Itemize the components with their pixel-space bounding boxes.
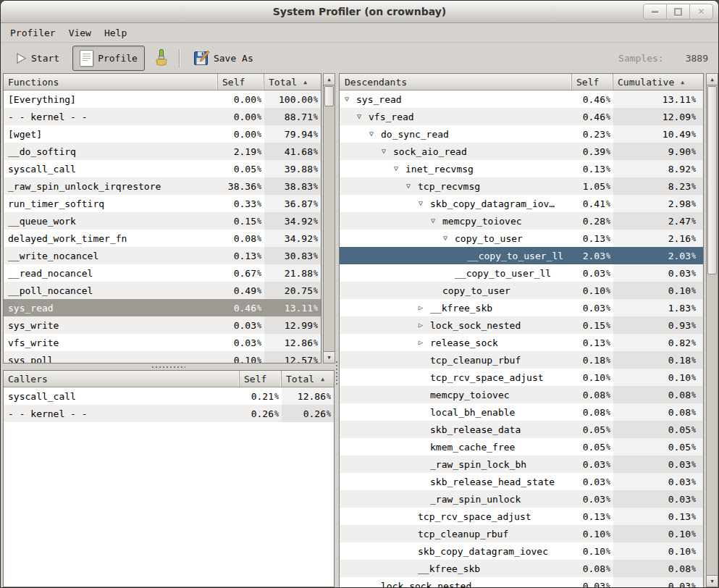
table-row[interactable]: run_timer_softirq0.33 %36.87 % [4,195,321,212]
expander-open-icon[interactable]: ▽ [419,195,430,212]
tree-row[interactable]: _raw_spin_unlock0.03 %0.03 % [340,490,703,508]
tree-row[interactable]: ▷lock_sock_nested0.15 %0.93 % [340,316,703,334]
titlebar[interactable]: System Profiler (on crownbay) ✕ [1,1,718,23]
tree-row[interactable]: ▷release_sock0.13 %0.82 % [340,334,703,351]
table-row[interactable]: vfs_write0.03 %12.86 % [4,334,321,351]
percent-sign: % [691,130,696,138]
horizontal-splitter[interactable] [3,364,335,370]
tree-row[interactable]: ▷__kfree_skb0.03 %1.83 % [340,299,703,316]
cell-value: 12.86 % [282,387,334,405]
tree-row[interactable]: ▽copy_to_user0.13 %2.16 % [340,230,703,247]
descendants-scrollbar[interactable]: ▲ ▼ [706,73,718,587]
column-header-descendants[interactable]: Descendants [340,74,572,90]
table-row[interactable]: [Everything]0.00 %100.00 % [4,91,321,108]
tree-row[interactable]: skb_release_data0.05 %0.05 % [340,421,703,438]
tree-row[interactable]: _raw_spin_lock_bh0.03 %0.03 % [340,455,703,473]
column-header-total[interactable]: Total ▲ [282,371,334,387]
descendants-scrollbar-thumb[interactable] [707,86,717,274]
percent-value: 0.08 [234,233,256,244]
table-row[interactable]: syscall_call0.21 %12.86 % [4,387,334,405]
table-row[interactable]: - - kernel - -0.26 %0.26 % [4,405,334,422]
tree-row[interactable]: lock_sock_nested0.03 %0.03 % [340,577,703,587]
expander-open-icon[interactable]: ▽ [382,143,393,160]
menu-view[interactable]: View [62,25,98,41]
percent-sign: % [257,165,261,173]
tree-row[interactable]: __copy_to_user_ll0.03 %0.03 % [340,264,703,282]
tree-row[interactable]: local_bh_enable0.08 %0.08 % [340,403,703,421]
tree-row[interactable]: tcp_rcv_space_adjust0.13 %0.13 % [340,508,703,525]
column-header-functions[interactable]: Functions [4,74,218,90]
tree-row[interactable]: ▽do_sync_read0.23 %10.49 % [340,125,703,143]
table-row[interactable]: _raw_spin_unlock_irqrestore38.36 %38.83 … [4,177,321,195]
sort-ascending-icon: ▲ [681,79,684,85]
table-row[interactable]: __read_nocancel0.67 %21.88 % [4,264,321,282]
table-row[interactable]: sys_read0.46 %13.11 % [4,299,321,316]
tree-row[interactable]: copy_to_user0.10 %0.10 % [340,282,703,299]
start-button[interactable]: Start [8,48,67,69]
expander-open-icon[interactable]: ▽ [369,125,381,143]
save-as-button[interactable]: Save As [186,46,261,70]
table-row[interactable]: delayed_work_timer_fn0.08 %34.92 % [4,230,321,247]
vertical-splitter[interactable] [334,73,339,587]
tree-row[interactable]: ▽vfs_read0.46 %12.09 % [340,108,703,125]
table-row[interactable]: [wget]0.00 %79.94 % [4,125,321,143]
tree-row[interactable]: ▽memcpy_toiovec0.28 %2.47 % [340,212,703,230]
table-row[interactable]: sys_poll0.10 %12.57 % [4,351,321,363]
profile-toggle-button[interactable]: Profile [72,46,145,71]
column-header-self[interactable]: Self [240,371,282,387]
table-row[interactable]: __do_softirq2.19 %41.68 % [4,143,321,160]
table-row[interactable]: sys_write0.03 %12.99 % [4,316,321,334]
maximize-button[interactable] [666,4,689,19]
scroll-up-icon[interactable]: ▲ [706,73,718,85]
expander-open-icon[interactable]: ▽ [406,177,418,195]
cell-value: 12.09 % [613,108,703,125]
expander-open-icon[interactable]: ▽ [431,212,442,230]
menu-profiler[interactable]: Profiler [4,25,62,41]
tree-row[interactable]: ▽tcp_recvmsg1.05 %8.23 % [340,177,703,195]
expander-open-icon[interactable]: ▽ [357,108,369,125]
column-header-cumulative[interactable]: Cumulative ▲ [613,74,703,90]
cell-function-name: _raw_spin_unlock [340,490,572,508]
percent-value: 0.18 [668,355,691,366]
column-header-callers[interactable]: Callers [4,371,240,387]
tree-row[interactable]: skb_release_head_state0.03 %0.03 % [340,473,703,490]
percent-sign: % [691,374,696,382]
tree-row[interactable]: tcp_cleanup_rbuf0.10 %0.10 % [340,525,703,542]
table-row[interactable]: __poll_nocancel0.49 %20.75 % [4,282,321,299]
table-row[interactable]: __queue_work0.15 %34.92 % [4,212,321,230]
cell-value: 8.92 % [613,160,703,177]
close-button[interactable]: ✕ [689,4,712,19]
tree-row[interactable]: memcpy_toiovec0.08 %0.08 % [340,386,703,403]
column-header-self[interactable]: Self [572,74,613,90]
column-header-self[interactable]: Self [218,74,264,90]
expander-open-icon[interactable]: ▽ [345,91,356,108]
table-row[interactable]: __write_nocancel0.13 %30.83 % [4,247,321,264]
tree-row[interactable]: __copy_to_user_ll2.03 %2.03 % [340,247,703,264]
table-row[interactable]: syscall_call0.05 %39.88 % [4,160,321,177]
tree-row[interactable]: ▽skb_copy_datagram_iov…0.41 %2.98 % [340,195,703,212]
cell-value: 41.68 % [264,143,321,160]
expander-open-icon[interactable]: ▽ [443,230,455,247]
tree-row[interactable]: kmem_cache_free0.05 %0.05 % [340,438,703,455]
tree-row[interactable]: __kfree_skb0.08 %0.08 % [340,560,703,577]
tree-row[interactable]: tcp_cleanup_rbuf0.18 %0.18 % [340,351,703,369]
percent-sign: % [257,269,261,277]
expander-closed-icon[interactable]: ▷ [419,299,430,316]
tree-row[interactable]: ▽sock_aio_read0.39 %9.90 % [340,143,703,160]
reset-button[interactable] [148,45,174,71]
tree-row[interactable]: ▽inet_recvmsg0.13 %8.92 % [340,160,703,177]
tree-node-label: __kfree_skb [430,303,492,314]
table-row[interactable]: - - kernel - -0.00 %88.71 % [4,108,321,125]
functions-scrollbar-thumb[interactable] [324,86,334,106]
expander-closed-icon[interactable]: ▷ [419,334,430,351]
column-header-total[interactable]: Total ▲ [264,74,321,90]
tree-row[interactable]: tcp_rcv_space_adjust0.10 %0.10 % [340,369,703,386]
menu-help[interactable]: Help [98,25,133,41]
scroll-down-icon[interactable]: ▼ [706,575,718,587]
window-title: System Profiler (on crownbay) [1,6,718,17]
tree-row[interactable]: ▽sys_read0.46 %13.11 % [340,91,703,108]
tree-row[interactable]: skb_copy_datagram_iovec0.10 %0.10 % [340,542,703,560]
minimize-button[interactable] [644,4,666,19]
expander-open-icon[interactable]: ▽ [394,160,405,177]
expander-closed-icon[interactable]: ▷ [419,316,430,334]
